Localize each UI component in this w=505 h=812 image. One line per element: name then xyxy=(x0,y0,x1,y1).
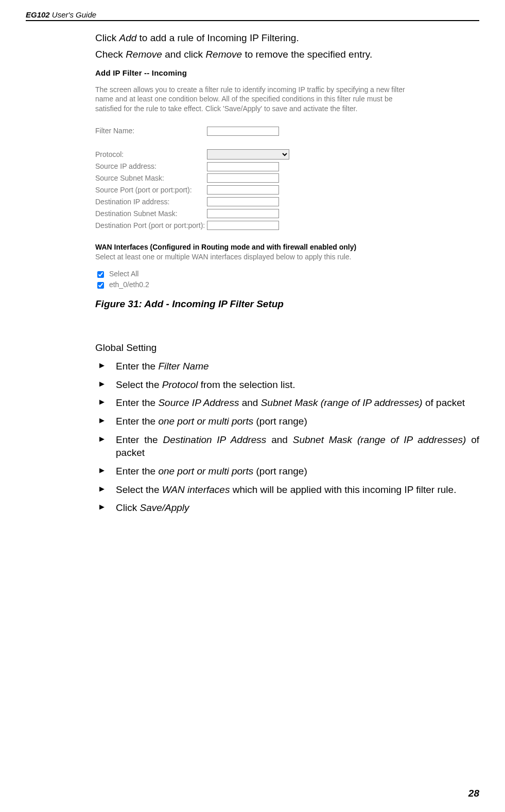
list-item: Select the Protocol from the selection l… xyxy=(95,378,479,392)
text: from the selection list. xyxy=(198,379,295,390)
label-dst-ip: Destination IP address: xyxy=(95,196,207,208)
wan-title: WAN Interfaces (Configured in Routing mo… xyxy=(95,242,414,252)
ital: Destination IP Address xyxy=(163,434,266,445)
text: Enter the xyxy=(116,397,158,408)
text: which will be applied with this incoming… xyxy=(230,484,456,495)
ital: Filter Name xyxy=(158,361,208,372)
text: and click xyxy=(162,49,205,60)
wan-subtitle: Select at least one or multiple WAN inte… xyxy=(95,252,414,262)
text: Enter the xyxy=(116,434,163,445)
label-src-port: Source Port (port or port:port): xyxy=(95,184,207,196)
remove-word-1: Remove xyxy=(126,49,162,60)
iface-checkbox[interactable] xyxy=(97,282,104,289)
shot-description: The screen allows you to create a filter… xyxy=(95,85,414,114)
page-number: 28 xyxy=(468,788,479,799)
dst-port-input[interactable] xyxy=(207,221,279,230)
text: Enter the xyxy=(116,416,158,427)
text: and xyxy=(266,434,292,445)
ital: WAN interfaces xyxy=(162,484,230,495)
select-all-label: Select All xyxy=(109,270,139,278)
global-setting-list: Enter the Filter Name Select the Protoco… xyxy=(95,360,479,515)
label-dst-port: Destination Port (port or port:port): xyxy=(95,220,207,232)
add-word: Add xyxy=(119,32,136,43)
protocol-select[interactable] xyxy=(207,149,289,160)
text: of packet xyxy=(423,397,465,408)
shot-form: Filter Name: Protocol: Source IP address… xyxy=(95,125,291,231)
list-item: Enter the one port or multi ports (port … xyxy=(95,465,479,478)
text: Select the xyxy=(116,484,162,495)
shot-title: Add IP Filter -- Incoming xyxy=(95,68,414,78)
figure-caption: Figure 31: Add - Incoming IP Filter Setu… xyxy=(95,297,479,311)
label-protocol: Protocol: xyxy=(95,148,207,161)
ital: Protocol xyxy=(162,379,198,390)
ital: Subnet Mask (range of IP addresses) xyxy=(261,397,423,408)
label-src-mask: Source Subnet Mask: xyxy=(95,172,207,184)
list-item: Select the WAN interfaces which will be … xyxy=(95,483,479,497)
header-subtitle: User's Guide xyxy=(50,10,96,19)
text: to remove the specified entry. xyxy=(242,49,372,60)
label-src-ip: Source IP address: xyxy=(95,161,207,172)
src-port-input[interactable] xyxy=(207,185,279,195)
dst-mask-input[interactable] xyxy=(207,209,279,218)
list-item: Enter the Destination IP Address and Sub… xyxy=(95,433,479,460)
select-all-checkbox[interactable] xyxy=(97,271,104,278)
text: Select the xyxy=(116,379,162,390)
text: and xyxy=(239,397,260,408)
text: Click xyxy=(95,32,119,43)
text: Enter the xyxy=(116,361,158,372)
label-dst-mask: Destination Subnet Mask: xyxy=(95,208,207,220)
list-item: Click Save/Apply xyxy=(95,501,479,515)
filter-name-input[interactable] xyxy=(207,127,279,136)
figure-screenshot: Add IP Filter -- Incoming The screen all… xyxy=(95,68,479,290)
dst-ip-input[interactable] xyxy=(207,197,279,206)
ital: Source IP Address xyxy=(158,397,239,408)
ital: one port or multi ports xyxy=(158,416,253,427)
remove-word-2: Remove xyxy=(205,49,242,60)
text: (port range) xyxy=(253,416,307,427)
ital: Save/Apply xyxy=(140,502,189,513)
list-item: Enter the Filter Name xyxy=(95,360,479,373)
intro-line-remove: Check Remove and click Remove to remove … xyxy=(95,48,479,61)
text: Click xyxy=(116,502,140,513)
global-setting-heading: Global Setting xyxy=(95,341,479,355)
intro-line-add: Click Add to add a rule of Incoming IP F… xyxy=(95,31,479,45)
text: (port range) xyxy=(253,466,307,476)
ital: one port or multi ports xyxy=(158,466,253,476)
text: Check xyxy=(95,49,126,60)
label-filter-name: Filter Name: xyxy=(95,125,207,137)
list-item: Enter the one port or multi ports (port … xyxy=(95,415,479,428)
src-ip-input[interactable] xyxy=(207,162,279,171)
iface-label: eth_0/eth0.2 xyxy=(109,280,149,289)
list-item: Enter the Source IP Address and Subnet M… xyxy=(95,396,479,410)
text: Enter the xyxy=(116,466,158,476)
text: to add a rule of Incoming IP Filtering. xyxy=(136,32,299,43)
src-mask-input[interactable] xyxy=(207,173,279,183)
running-header: EG102 User's Guide xyxy=(26,10,479,21)
ital: Subnet Mask (range of IP addresses) xyxy=(293,434,466,445)
header-product: EG102 xyxy=(26,10,50,19)
